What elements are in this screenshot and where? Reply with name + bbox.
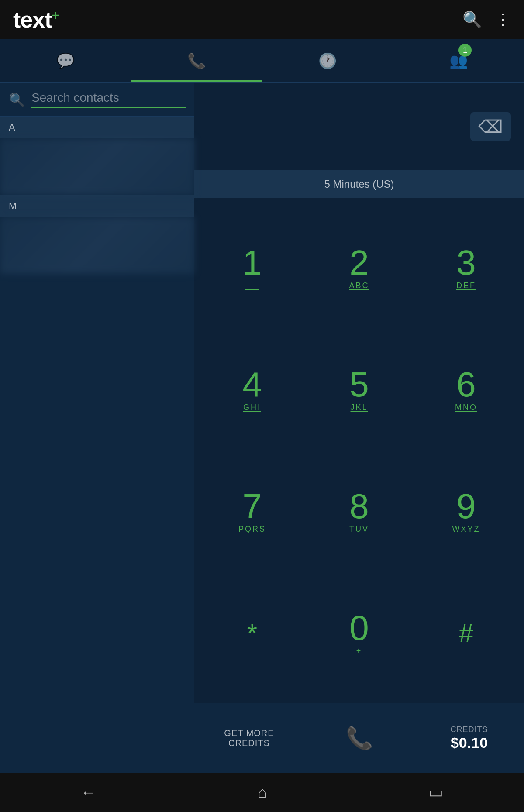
credits-label: CREDITS [450, 725, 488, 734]
tab-bar: 💬 📞 🕐 👥 1 [0, 39, 524, 83]
dial-letters-2: ABC [349, 281, 369, 290]
search-icon: 🔍 [9, 92, 25, 107]
nav-bar: ← ⌂ ▭ [0, 773, 524, 812]
dial-key-0[interactable]: 0 + [306, 572, 413, 694]
app-logo: text+ [13, 7, 59, 33]
backspace-button[interactable]: ⌫ [470, 112, 511, 141]
dial-key-7[interactable]: 7 PQRS [199, 451, 306, 572]
logo-text: text [13, 7, 52, 32]
dial-num-3: 3 [456, 245, 476, 280]
dial-num-5: 5 [349, 367, 369, 402]
dial-key-6[interactable]: 6 MNO [413, 329, 520, 451]
dial-num-1: 1 [242, 245, 262, 280]
contacts-badge: 1 [458, 44, 472, 57]
contact-item-m[interactable] [0, 217, 194, 274]
dial-letters-9: WXYZ [452, 525, 480, 534]
credits-amount: $0.10 [451, 734, 488, 751]
dial-num-4: 4 [242, 367, 262, 402]
calls-icon: 📞 [187, 52, 206, 69]
search-input[interactable] [31, 91, 186, 108]
dial-letters-1 [245, 281, 259, 290]
dial-letters-6: MNO [455, 403, 477, 412]
dial-key-2[interactable]: 2 ABC [306, 207, 413, 329]
get-more-credits-label: GET MORE CREDITS [224, 728, 274, 748]
back-button[interactable]: ← [81, 783, 97, 802]
dial-key-5[interactable]: 5 JKL [306, 329, 413, 451]
recents-button[interactable]: ▭ [428, 783, 443, 802]
tab-messages[interactable]: 💬 [0, 39, 131, 82]
section-header-m: M [0, 195, 194, 217]
get-more-line2: CREDITS [228, 738, 270, 748]
credits-display: CREDITS $0.10 [414, 703, 524, 773]
dial-num-0: 0 [349, 611, 369, 646]
display-area: ⌫ [194, 83, 524, 170]
search-bar: 🔍 [0, 83, 194, 117]
dial-key-9[interactable]: 9 WXYZ [413, 451, 520, 572]
dial-letters-4: GHI [243, 403, 261, 412]
dial-num-2: 2 [349, 245, 369, 280]
search-icon[interactable]: 🔍 [462, 10, 482, 29]
section-header-a: A [0, 117, 194, 138]
dial-num-8: 8 [349, 489, 369, 524]
dial-letters-5: JKL [350, 403, 368, 412]
dial-key-star[interactable]: * [199, 572, 306, 694]
contact-item-a[interactable] [0, 138, 194, 195]
left-panel: 🔍 A M [0, 83, 194, 773]
top-icons: 🔍 ⋮ [462, 10, 511, 29]
section-label-a: A [9, 122, 15, 133]
tab-calls[interactable]: 📞 [131, 39, 262, 82]
dial-letters-0: + [356, 647, 362, 656]
dial-num-9: 9 [456, 489, 476, 524]
more-options-icon[interactable]: ⋮ [495, 10, 511, 29]
tab-contacts[interactable]: 👥 1 [393, 39, 524, 82]
dial-key-1[interactable]: 1 [199, 207, 306, 329]
minutes-bar: 5 Minutes (US) [194, 170, 524, 198]
dial-key-3[interactable]: 3 DEF [413, 207, 520, 329]
get-more-credits-button[interactable]: GET MORE CREDITS [194, 703, 304, 773]
logo-superscript: + [52, 8, 59, 22]
home-button[interactable]: ⌂ [258, 783, 267, 802]
call-button[interactable]: 📞 [304, 703, 414, 773]
dial-num-star: * [247, 620, 257, 647]
right-panel: ⌫ 5 Minutes (US) 1 2 ABC 3 DEF 4 [194, 83, 524, 773]
dial-num-6: 6 [456, 367, 476, 402]
dial-num-7: 7 [242, 489, 262, 524]
dial-num-hash: # [459, 620, 473, 647]
messages-icon: 💬 [56, 52, 75, 69]
dial-letters-7: PQRS [238, 525, 266, 534]
tab-recent[interactable]: 🕐 [262, 39, 393, 82]
top-bar: text+ 🔍 ⋮ [0, 0, 524, 39]
section-label-m: M [9, 200, 17, 211]
dial-key-hash[interactable]: # [413, 572, 520, 694]
dial-letters-3: DEF [456, 281, 476, 290]
dial-letters-8: TUV [349, 525, 369, 534]
action-bar: GET MORE CREDITS 📞 CREDITS $0.10 [194, 703, 524, 773]
dial-key-4[interactable]: 4 GHI [199, 329, 306, 451]
get-more-line1: GET MORE [224, 728, 274, 738]
minutes-label: 5 Minutes (US) [324, 178, 394, 190]
dial-key-8[interactable]: 8 TUV [306, 451, 413, 572]
dialpad: 1 2 ABC 3 DEF 4 GHI 5 JKL 6 M [194, 198, 524, 703]
recent-icon: 🕐 [318, 52, 337, 69]
call-icon: 📞 [346, 726, 373, 751]
main-layout: 🔍 A M ⌫ 5 Minutes (US) 1 [0, 83, 524, 773]
